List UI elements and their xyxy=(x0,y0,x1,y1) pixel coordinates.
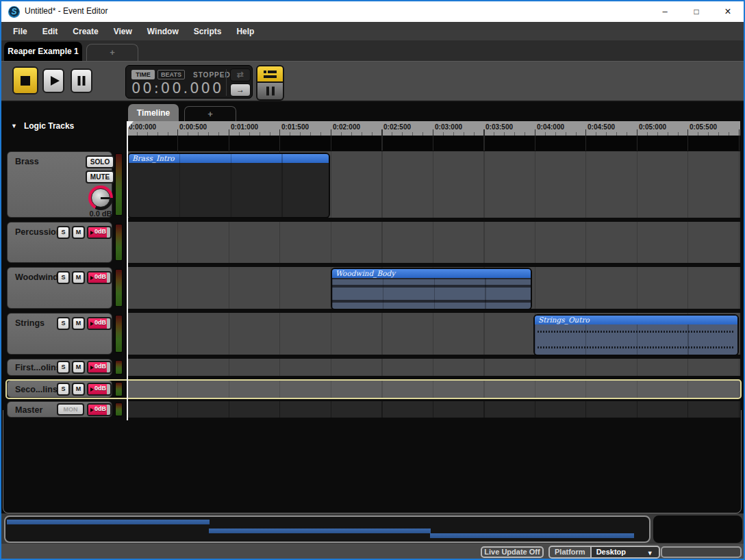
level-meter xyxy=(115,403,123,416)
pause-icon xyxy=(78,76,86,86)
track-header-brass[interactable]: Brass SOLO MUTE 0.0 dB xyxy=(7,151,112,218)
ruler-label: 0:04:500 xyxy=(588,123,615,131)
lanes-view-toggle[interactable] xyxy=(256,83,284,101)
volume-fader[interactable]: 0dB xyxy=(87,361,112,374)
solo-button[interactable]: S xyxy=(57,361,70,374)
mute-button[interactable]: M xyxy=(72,271,85,284)
track-header-first-violins[interactable]: First...olins S M 0dB xyxy=(7,359,112,376)
time-mode-toggle[interactable]: TIME xyxy=(131,70,155,79)
menu-edit[interactable]: Edit xyxy=(35,23,66,40)
level-meter xyxy=(115,382,123,396)
ruler-label: 0:00:500 xyxy=(179,123,207,131)
playhead[interactable] xyxy=(127,121,128,420)
play-button[interactable] xyxy=(42,68,64,93)
editor-area: Timeline + ▼Logic Tracks 0:00:000 0:00:5… xyxy=(1,102,744,513)
solo-button[interactable]: S xyxy=(57,271,70,284)
solo-button[interactable]: S xyxy=(57,383,70,396)
loop-button[interactable]: ⇄ xyxy=(230,68,251,81)
logic-tracks-header[interactable]: ▼Logic Tracks xyxy=(11,119,74,131)
maximize-button[interactable]: □ xyxy=(681,1,712,22)
close-button[interactable]: × xyxy=(712,1,744,22)
menu-window[interactable]: Window xyxy=(140,23,186,40)
volume-fader[interactable]: 0dB xyxy=(87,383,112,396)
title-bar: S Untitled* - Event Editor – □ × xyxy=(1,1,744,22)
mute-button[interactable]: MUTE xyxy=(86,170,114,183)
volume-fader[interactable]: 0dB xyxy=(87,317,112,330)
play-icon xyxy=(51,76,60,86)
stop-button[interactable] xyxy=(12,66,38,94)
overview-clip-brass xyxy=(7,520,210,524)
tracks-view-toggle[interactable] xyxy=(256,65,284,83)
track-header-percussion[interactable]: Percussion S M 0dB xyxy=(7,222,112,263)
new-event-tab-button[interactable]: + xyxy=(86,44,138,61)
track-lane-first-violins[interactable] xyxy=(127,359,740,376)
solo-button[interactable]: S xyxy=(57,226,70,239)
fader-value: 0dB xyxy=(94,273,106,280)
track-row-second-violins: Seco...lins S M 0dB xyxy=(1,380,744,399)
solo-button[interactable]: S xyxy=(57,317,70,330)
pause-button[interactable] xyxy=(71,68,92,93)
menu-view[interactable]: View xyxy=(106,23,140,40)
menu-help[interactable]: Help xyxy=(229,23,262,40)
mute-button[interactable]: M xyxy=(72,361,85,374)
ruler-label: 0:03:500 xyxy=(485,123,513,131)
track-name: Woodwind xyxy=(15,272,58,282)
track-lane-percussion[interactable] xyxy=(127,222,740,263)
marker-lane[interactable] xyxy=(127,136,740,151)
platform-dropdown[interactable]: Desktop ▼ xyxy=(592,546,660,559)
collapse-triangle-icon: ▼ xyxy=(11,123,17,129)
volume-fader[interactable]: 0dB xyxy=(87,271,112,284)
mute-button[interactable]: M xyxy=(72,383,85,396)
ruler-label: 0:05:000 xyxy=(639,123,666,131)
track-name: First...olins xyxy=(15,363,61,372)
track-row-brass: Brass SOLO MUTE 0.0 dB xyxy=(1,151,744,220)
minimize-button[interactable]: – xyxy=(649,1,681,22)
ruler-label: 0:03:000 xyxy=(435,123,462,131)
menu-create[interactable]: Create xyxy=(65,23,105,40)
event-tab-active[interactable]: Reaper Example 1 xyxy=(4,42,82,61)
volume-fader[interactable]: 0dB xyxy=(87,403,112,416)
live-update-button[interactable]: Live Update Off xyxy=(481,546,544,558)
monitor-button[interactable]: MON xyxy=(57,403,84,416)
track-header-strings[interactable]: Strings S M 0dB xyxy=(7,313,112,355)
arrow-right-icon: → xyxy=(236,85,244,94)
ruler-label: 0:02:000 xyxy=(333,123,360,131)
platform-label: Platform xyxy=(548,546,592,559)
transport-status: STOPPED xyxy=(193,71,231,79)
overview-strip xyxy=(1,513,744,543)
clip-brass-intro[interactable]: Brass_Intro xyxy=(127,153,330,218)
volume-fader[interactable]: 0dB xyxy=(87,226,112,239)
mute-button[interactable]: M xyxy=(72,226,85,239)
clip-strings-outro[interactable]: Strings_Outro xyxy=(533,314,739,356)
follow-playback-button[interactable]: → xyxy=(230,84,251,97)
transport-bar: TIME BEATS STOPPED 00:00.000 ⇄ → xyxy=(1,61,744,102)
mute-button[interactable]: M xyxy=(72,317,85,330)
menu-file[interactable]: File xyxy=(5,23,35,40)
track-lane-second-violins[interactable] xyxy=(127,380,740,398)
fader-value: 0dB xyxy=(94,319,106,326)
status-message-box xyxy=(661,546,742,558)
level-meter xyxy=(115,360,123,374)
track-name: Percussion xyxy=(15,227,61,237)
track-header-master[interactable]: Master MON 0dB xyxy=(7,401,112,418)
editor-frame xyxy=(3,410,742,513)
time-display-panel: TIME BEATS STOPPED 00:00.000 ⇄ → xyxy=(125,65,253,99)
timeline-overview[interactable] xyxy=(4,516,651,543)
fader-value: 0dB xyxy=(94,363,106,370)
track-header-woodwind[interactable]: Woodwind S M 0dB xyxy=(7,267,112,309)
track-header-second-violins[interactable]: Seco...lins S M 0dB xyxy=(7,380,112,398)
event-editor-window: S Untitled* - Event Editor – □ × File Ed… xyxy=(0,0,745,560)
volume-value: 0.0 dB xyxy=(83,209,118,218)
track-lane-master[interactable] xyxy=(127,401,740,418)
timeline-ruler[interactable]: 0:00:000 0:00:500 0:01:000 0:01:500 0:02… xyxy=(127,121,740,136)
beats-mode-toggle[interactable]: BEATS xyxy=(157,70,185,79)
platform-value: Desktop xyxy=(596,548,626,556)
volume-knob[interactable] xyxy=(88,186,113,210)
fader-triangle-icon xyxy=(90,231,94,235)
clip-woodwind-body[interactable]: Woodwind_Body xyxy=(331,268,532,310)
solo-button[interactable]: SOLO xyxy=(86,155,114,168)
knob-needle xyxy=(101,197,110,199)
new-view-tab-button[interactable]: + xyxy=(184,106,236,122)
menu-scripts[interactable]: Scripts xyxy=(186,23,229,40)
timeline-tab[interactable]: Timeline xyxy=(128,104,179,122)
